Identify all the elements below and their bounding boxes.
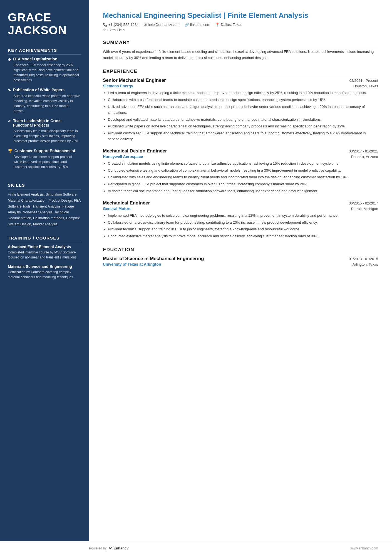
exp-company-3: General Motors: [103, 206, 132, 211]
bullet: Utilized advanced FEA skills such as tra…: [108, 104, 378, 116]
job-title-header: Mechanical Engineering Specialist | Fini…: [103, 11, 378, 32]
contact-linkedin[interactable]: 🔗 linkedin.com: [185, 23, 210, 27]
main-content: Mechanical Engineering Specialist | Fini…: [89, 0, 392, 541]
exp-date-3: 06/2015 - 02/2017: [349, 201, 378, 205]
contact-email: ✉ help@enhancv.com: [144, 23, 180, 27]
exp-location-1: Houston, Texas: [353, 84, 378, 88]
achievement-desc-2: Authored impactful white papers on adhes…: [8, 93, 81, 114]
bullet: Provided customized FEA support and tech…: [108, 130, 378, 142]
achievement-desc-3: Successfully led a multi-disciplinary te…: [8, 129, 81, 144]
contact-row: 📞 +1-(234)-555-1234 ✉ help@enhancv.com 🔗…: [103, 23, 378, 27]
exp-company-1: Siemens Energy: [103, 84, 133, 88]
education-title: EDUCATION: [103, 247, 378, 254]
exp-bullets-1: Led a team of engineers in developing a …: [103, 90, 378, 142]
bullet: Participated in global FEA project that …: [108, 181, 378, 187]
achievement-desc-4: Developed a customer support protocol wh…: [8, 154, 81, 169]
training-desc-1: Completed intensive course by MSC Softwa…: [8, 250, 81, 260]
education-section: EDUCATION Master of Science in Mechanica…: [103, 247, 378, 267]
contact-extra-row: ☆ Extra Field: [103, 28, 378, 32]
contact-location: 📍 Dallas, Texas: [215, 23, 242, 27]
training-item-2: Materials Science and Engineering Certif…: [8, 264, 81, 280]
training-title-2: Materials Science and Engineering: [8, 264, 81, 269]
achievement-title-1: FEA Model Optimization: [13, 57, 57, 61]
phone-icon: 📞: [103, 23, 107, 27]
bullet: Published white papers on adhesive chara…: [108, 124, 378, 129]
achievement-item: 🏆 Customer Support Enhancement Developed…: [8, 149, 81, 169]
exp-role-1: Senior Mechanical Engineer: [103, 78, 166, 83]
exp-role-3: Mechanical Engineer: [103, 200, 150, 206]
footer-website: www.enhancv.com: [351, 546, 378, 550]
training-title-1: Advanced Finite Element Analysis: [8, 245, 81, 249]
contact-extra: ☆ Extra Field: [103, 28, 125, 32]
bullet: Provided technical support and training …: [108, 226, 378, 232]
email-icon: ✉: [144, 23, 147, 27]
achievements-title: KEY ACHIEVEMENTS: [8, 48, 81, 55]
bullet: Conducted extensive market analysis to i…: [108, 233, 378, 239]
exp-date-2: 03/2017 - 01/2021: [349, 149, 378, 153]
bullet: Conducted extensive testing and calibrat…: [108, 168, 378, 174]
skills-section: SKILLS Finite Element Analysis, Simulati…: [8, 183, 81, 227]
bullet: Authored technical documentation and use…: [108, 188, 378, 194]
achievement-icon-1: ◈: [8, 57, 11, 61]
linkedin-icon: 🔗: [185, 23, 189, 27]
bullet: Created simulation models using finite e…: [108, 161, 378, 167]
achievement-icon-4: 🏆: [8, 149, 13, 153]
bullet: Collaborated with cross-functional teams…: [108, 97, 378, 103]
brand-name: Enhancv: [113, 546, 128, 550]
achievement-title-4: Customer Support Enhancement: [14, 149, 75, 153]
exp-bullets-2: Created simulation models using finite e…: [103, 161, 378, 194]
summary-text: With over 6 years of experience in finit…: [103, 49, 378, 61]
achievement-item: ✔ Team Leadership in Cross-Functional Pr…: [8, 119, 81, 144]
experience-title: EXPERIENCE: [103, 69, 378, 76]
bullet: Developed and validated material data ca…: [108, 117, 378, 123]
achievement-title-3: Team Leadership in Cross-Functional Proj…: [13, 119, 81, 127]
edu-location-1: Arlington, Texas: [353, 262, 378, 267]
training-item-1: Advanced Finite Element Analysis Complet…: [8, 245, 81, 260]
achievement-item: ◈ FEA Model Optimization Enhanced FEA mo…: [8, 57, 81, 83]
achievements-section: KEY ACHIEVEMENTS ◈ FEA Model Optimizatio…: [8, 48, 81, 174]
exp-location-3: Detroit, Michigan: [351, 207, 378, 211]
exp-location-2: Phoenix, Arizona: [351, 155, 378, 159]
training-section: TRAINING / COURSES Advanced Finite Eleme…: [8, 236, 81, 284]
bullet: Collaborated with sales and engineering …: [108, 174, 378, 180]
summary-title: SUMMARY: [103, 40, 378, 47]
edu-degree-1: Master of Science in Mechanical Engineer…: [103, 256, 204, 262]
experience-entry-3: Mechanical Engineer 06/2015 - 02/2017 Ge…: [103, 200, 378, 239]
bullet: Collaborated on a cross-disciplinary tea…: [108, 220, 378, 226]
skills-text: Finite Element Analysis, Simulation Soft…: [8, 192, 81, 227]
exp-role-2: Mechanical Design Engineer: [103, 148, 167, 154]
candidate-name: GRACE JACKSON: [8, 11, 81, 37]
brand-logo: ∞ Enhancv: [109, 545, 128, 551]
exp-bullets-3: Implemented FEA methodologies to solve c…: [103, 213, 378, 239]
bullet: Led a team of engineers in developing a …: [108, 90, 378, 96]
location-icon: 📍: [215, 23, 220, 27]
contact-phone: 📞 +1-(234)-555-1234: [103, 23, 139, 27]
exp-company-2: Honeywell Aerospace: [103, 154, 143, 159]
education-entry-1: Master of Science in Mechanical Engineer…: [103, 256, 378, 267]
footer-left: Powered by ∞ Enhancv: [89, 545, 128, 551]
achievement-title-2: Publication of White Papers: [13, 88, 64, 92]
summary-section: SUMMARY With over 6 years of experience …: [103, 40, 378, 61]
training-desc-2: Certification by Coursera covering compl…: [8, 270, 81, 280]
achievement-icon-2: ✎: [8, 88, 11, 92]
resume-wrapper: GRACE JACKSON KEY ACHIEVEMENTS ◈ FEA Mod…: [0, 0, 392, 555]
footer: Powered by ∞ Enhancv www.enhancv.com: [0, 541, 392, 555]
skills-title: SKILLS: [8, 183, 81, 189]
job-title: Mechanical Engineering Specialist | Fini…: [103, 11, 378, 20]
star-icon: ☆: [103, 28, 106, 32]
edu-date-1: 01/2013 - 01/2015: [349, 257, 378, 261]
achievement-item: ✎ Publication of White Papers Authored i…: [8, 88, 81, 114]
edu-school-1: University of Texas at Arlington: [103, 262, 161, 267]
powered-by-label: Powered by: [89, 546, 106, 550]
experience-entry-1: Senior Mechanical Engineer 02/2021 - Pre…: [103, 78, 378, 142]
achievement-icon-3: ✔: [8, 119, 11, 123]
experience-entry-2: Mechanical Design Engineer 03/2017 - 01/…: [103, 148, 378, 194]
achievement-desc-1: Enhanced FEA model efficiency by 25%, si…: [8, 63, 81, 83]
resume-body: GRACE JACKSON KEY ACHIEVEMENTS ◈ FEA Mod…: [0, 0, 392, 541]
brand-icon: ∞: [109, 545, 112, 551]
experience-section: EXPERIENCE Senior Mechanical Engineer 02…: [103, 69, 378, 239]
sidebar: GRACE JACKSON KEY ACHIEVEMENTS ◈ FEA Mod…: [0, 0, 89, 541]
bullet: Implemented FEA methodologies to solve c…: [108, 213, 378, 219]
exp-date-1: 02/2021 - Present: [349, 78, 378, 83]
training-title: TRAINING / COURSES: [8, 236, 81, 242]
